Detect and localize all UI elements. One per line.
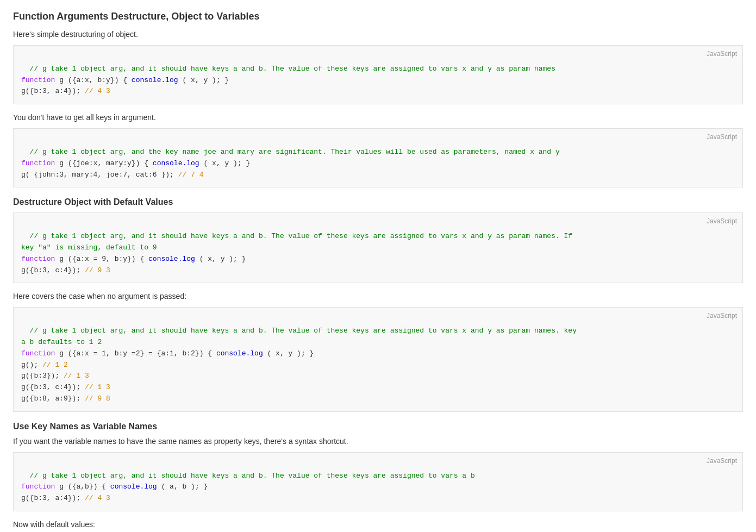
code-label-4: JavaScript	[707, 311, 737, 321]
console-log-3: console.log	[148, 255, 195, 263]
result-comment-3: // 9 3	[85, 266, 110, 274]
code-block-5: JavaScript// g take 1 object arg, and it…	[13, 452, 743, 511]
code-label-2: JavaScript	[707, 132, 737, 142]
key-names-description: If you want the variable names to have t…	[13, 437, 743, 446]
section-heading-default: Destructure Object with Default Values	[13, 197, 743, 207]
code-block-1: JavaScript// g take 1 object arg, and it…	[13, 45, 743, 104]
section-heading-key-names: Use Key Names as Variable Names	[13, 422, 743, 431]
code-label-1: JavaScript	[707, 49, 737, 59]
keyword-function-3: function	[21, 255, 55, 263]
comment-line-2: // g take 1 object arg, and the key name…	[30, 148, 560, 156]
console-log-2: console.log	[153, 159, 199, 167]
result-comment-4a: // 1 2	[42, 361, 68, 369]
result-comment-4b: // 1 3	[64, 372, 89, 380]
console-log: console.log	[132, 76, 178, 84]
keyword-function-4: function	[21, 349, 55, 358]
comment-line-3: // g take 1 object arg, and it should ha…	[30, 232, 573, 240]
result-comment-2: // 7 4	[178, 171, 204, 179]
result-comment-4d: // 9 8	[85, 395, 110, 403]
result-comment: // 4 3	[85, 87, 110, 95]
code-label-3: JavaScript	[707, 216, 737, 227]
intro-description: Here's simple destructuring of object.	[13, 30, 743, 39]
comment-line-5: // g take 1 object arg, and it should ha…	[30, 472, 475, 480]
default2-description: Now with default values:	[13, 520, 743, 529]
code-block-4: JavaScript// g take 1 object arg, and it…	[13, 307, 743, 411]
code-block-2: JavaScript// g take 1 object arg, and th…	[13, 128, 743, 187]
comment-line-4: // g take 1 object arg, and it should ha…	[30, 327, 577, 335]
keyword-function-5: function	[21, 483, 55, 491]
console-log-4: console.log	[216, 349, 263, 358]
comment-line: // g take 1 object arg, and it should ha…	[30, 65, 555, 73]
not-all-keys-description: You don't have to get all keys in argume…	[13, 113, 743, 122]
no-arg-description: Here covers the case when no argument is…	[13, 292, 743, 301]
result-comment-4c: // 1 3	[85, 383, 110, 391]
code-label-5: JavaScript	[707, 456, 737, 466]
comment-line-3b: key "a" is missing, default to 9	[21, 243, 157, 252]
keyword-function-2: function	[21, 159, 55, 167]
result-comment-5: // 4 3	[85, 494, 110, 502]
console-log-5: console.log	[110, 483, 157, 491]
keyword-function: function	[21, 76, 55, 84]
comment-line-4b: a b defaults to 1 2	[21, 338, 102, 346]
code-block-3: JavaScript// g take 1 object arg, and it…	[13, 212, 743, 283]
page-title: Function Arguments Destructure, Object t…	[13, 11, 743, 22]
